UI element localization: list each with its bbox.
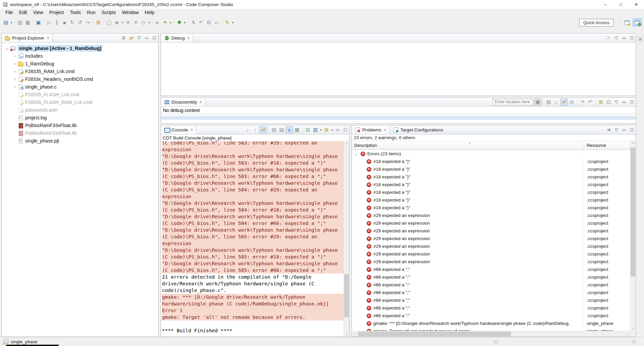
flash-dropdown[interactable]: ▾ [183, 19, 186, 26]
close-icon[interactable]: ✕ [187, 36, 190, 40]
previous-marker-button[interactable]: ↑ [252, 126, 259, 133]
tree-item-project-log[interactable]: project.log [2, 114, 158, 121]
copy-button[interactable]: ▤ [545, 99, 552, 106]
tree-item-single-phase-pjt[interactable]: single_phase.pjt [2, 137, 158, 145]
tree-item-f28335-flash-lnk[interactable]: F28335_FLASH_Lnk.cmd [2, 91, 158, 98]
column-header-resource[interactable]: Resource [584, 141, 630, 150]
highlight-button[interactable]: ✦ [161, 19, 169, 26]
home-button[interactable]: ⌂ [552, 99, 560, 106]
tab-disassembly[interactable]: Disassembly ✕ [161, 98, 206, 106]
problem-row[interactable]: #29 expected an expression .ccsproject [352, 258, 630, 266]
view-menu-button[interactable]: ▽ [135, 35, 143, 42]
step-back-button[interactable]: ↶ [586, 99, 594, 106]
search-in-view-button[interactable]: ◎ [568, 99, 576, 106]
expander-icon[interactable]: ⌄ [4, 46, 10, 51]
problem-row[interactable]: #18 expected a ")" .ccsproject [352, 196, 630, 204]
new-view-button[interactable]: ⊞ [597, 99, 605, 106]
problems-group-errors[interactable]: ⌄ Errors (23 items) [352, 150, 630, 158]
terminate-button[interactable]: ■ [61, 19, 68, 26]
restore-view-button[interactable]: ⊞ [638, 36, 643, 42]
problem-row[interactable]: gmake: Target 'all' not remade because o… [352, 327, 630, 331]
tab-project-explorer[interactable]: Project Explorer ✕ [2, 34, 53, 42]
profile-button[interactable]: ↯ [190, 19, 197, 26]
menu-item[interactable]: Project [46, 9, 67, 16]
menu-item[interactable]: Window [119, 9, 142, 16]
tab-target-configurations[interactable]: Target Configurations [390, 125, 446, 134]
minimize-button[interactable]: ▭ [620, 35, 628, 42]
remove-all-terminated-button[interactable]: ✕ [605, 35, 612, 42]
scrollbar-thumb[interactable] [344, 274, 349, 317]
restart-button[interactable]: ↻ [68, 19, 76, 26]
history-button[interactable]: ↶ [197, 19, 205, 26]
problem-row[interactable]: #29 expected an expression .ccsproject [352, 242, 630, 250]
flash-button[interactable]: ✱ [175, 19, 183, 26]
problem-row[interactable]: #18 expected a ")" .ccsproject [352, 181, 630, 188]
open-console-dropdown[interactable]: ▾ [330, 126, 334, 133]
problem-row[interactable]: #29 expected an expression .ccsproject [352, 219, 630, 227]
console-output[interactable]: (C code)\PS_bios.h", line 583: error #29… [161, 141, 343, 337]
menu-item[interactable]: File [2, 9, 16, 16]
tree-item-single-phase[interactable]: ⌄ single_phase [Active - 1_RamDebug] [2, 44, 158, 52]
expander-icon[interactable]: › [12, 61, 18, 66]
scrollbar-thumb[interactable] [358, 332, 511, 336]
menu-item[interactable]: Scripts [99, 9, 119, 16]
scroll-down-icon[interactable]: ⌄ [630, 325, 636, 331]
display-console-dropdown[interactable]: ▾ [319, 126, 323, 133]
minimize-button[interactable]: ▭ [620, 126, 628, 133]
tab-problems[interactable]: Problems ✕ [352, 125, 390, 134]
menu-item[interactable]: Tools [67, 9, 84, 16]
breakpoint-options-dropdown[interactable]: ▾ [147, 19, 151, 26]
open-console-button[interactable]: ⊞ [323, 126, 330, 133]
step-into-button[interactable]: ▸ [154, 19, 161, 26]
pencil-button[interactable]: ✎ [223, 19, 231, 26]
problem-row[interactable]: #29 expected an expression .ccsproject [352, 212, 630, 219]
problem-row[interactable]: #66 expected a ";" .ccsproject [352, 281, 630, 289]
tree-item-single-phase-c[interactable]: › single_phase.c [2, 83, 158, 91]
window-close-button[interactable]: ✕ [629, 0, 644, 9]
clear-console-button[interactable]: ▦ [293, 126, 301, 133]
problem-row[interactable]: #18 expected a ")" .ccsproject [352, 173, 630, 181]
pin-context-button[interactable]: ▣ [534, 99, 542, 106]
memory-browser-button[interactable]: ⊞ [95, 19, 102, 26]
problem-row[interactable]: gmake: *** [D:/Google drive/Research wor… [352, 320, 630, 327]
tree-item-1-ramdebug[interactable]: › 1_RamDebug [2, 60, 158, 67]
tree-item-includes[interactable]: › Includes [2, 52, 158, 60]
menu-item[interactable]: Edit [16, 9, 30, 16]
close-icon[interactable]: ✕ [384, 128, 386, 132]
tree-item-passwords-asm[interactable]: passwords.asm [2, 106, 158, 114]
ccs-edit-perspective-button[interactable] [622, 18, 632, 26]
view-menu-button[interactable]: ▽ [612, 99, 620, 106]
problem-row[interactable]: #18 expected a ")" .ccsproject [352, 165, 630, 173]
maximize-button[interactable]: ☐ [628, 99, 636, 106]
save-button[interactable]: ▥ [16, 19, 24, 26]
problem-row[interactable]: #29 expected an expression .ccsproject [352, 227, 630, 235]
pin-view-button[interactable]: ⊡ [605, 99, 612, 106]
view-menu-button[interactable]: ▽ [612, 126, 620, 133]
tree-item-psbiosrom-lib[interactable]: PsBiosRomF33xFloat.lib [2, 129, 158, 137]
problem-row[interactable]: #66 expected a ";" .ccsproject [352, 273, 630, 281]
save-all-button[interactable]: ▦ [24, 19, 32, 26]
scrollbar-thumb[interactable] [631, 148, 635, 277]
scroll-up-icon[interactable]: ⌃ [630, 141, 636, 147]
maximize-button[interactable]: ☐ [341, 126, 349, 133]
step-return-button[interactable]: ↪ [84, 19, 92, 26]
highlight-dropdown[interactable]: ▾ [169, 19, 172, 26]
problem-row[interactable]: #66 expected a ";" .ccsproject [352, 289, 630, 296]
location-input[interactable] [493, 99, 533, 105]
expander-icon[interactable]: › [12, 76, 18, 81]
new-wizard-button[interactable]: ▤ [2, 19, 10, 26]
window-minimize-button[interactable]: – [598, 0, 613, 9]
build-console-button[interactable]: ▣ [35, 19, 42, 26]
tree-item-f2833x-headers-nonbios[interactable]: › F2833x_Headers_nonBIOS.cmd [2, 75, 158, 83]
remove-breakpoints-button[interactable]: ✕ [132, 19, 140, 26]
close-icon[interactable]: ✕ [47, 36, 49, 40]
annotation-button[interactable]: ▱ [213, 19, 220, 26]
skip-breakpoints-button[interactable]: ✕ [124, 19, 132, 26]
tab-console[interactable]: Console ✕ [161, 125, 197, 134]
tree-item-f28335-flash-ram-lnk[interactable]: F28335_FLASH_RAM_Lnk.cmd [2, 98, 158, 106]
expander-icon[interactable]: ⌄ [353, 151, 359, 156]
problem-row[interactable]: #66 expected a ";" .ccsproject [352, 266, 630, 273]
scroll-lock-button[interactable]: ▤ [278, 126, 285, 133]
display-selected-console-button[interactable]: ▥ [312, 126, 319, 133]
menu-item[interactable]: Help [142, 9, 157, 16]
